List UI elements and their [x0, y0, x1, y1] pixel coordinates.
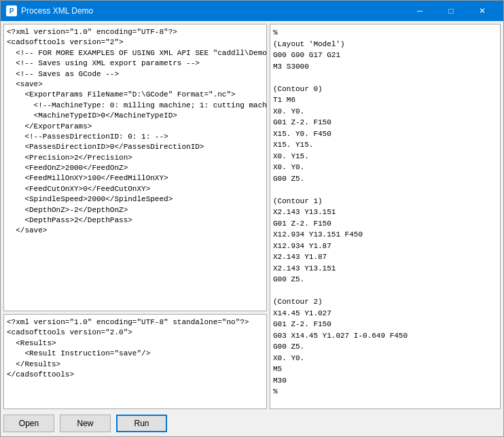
content-area: <?xml version="1.0" encoding="UTF-8"?> <… — [1, 21, 503, 436]
title-bar: P Process XML Demo ─ □ ✕ — [1, 1, 503, 21]
new-button[interactable]: New — [60, 415, 111, 432]
close-button[interactable]: ✕ — [467, 1, 498, 21]
main-window: P Process XML Demo ─ □ ✕ <?xml version="… — [0, 0, 504, 437]
gcode-output-panel[interactable]: % (Layout 'Model') G00 G90 G17 G21 M3 S3… — [270, 24, 501, 409]
left-panel: <?xml version="1.0" encoding="UTF-8"?> <… — [3, 24, 267, 409]
xml-result-area[interactable]: <?xml version="1.0" encoding="UTF-8" sta… — [3, 314, 267, 409]
button-bar: Open New Run — [3, 412, 501, 434]
xml-input-editor[interactable]: <?xml version="1.0" encoding="UTF-8"?> <… — [3, 24, 267, 311]
app-icon: P — [6, 5, 17, 16]
run-button[interactable]: Run — [116, 415, 167, 432]
open-button[interactable]: Open — [3, 415, 54, 432]
minimize-button[interactable]: ─ — [404, 1, 435, 21]
main-panels: <?xml version="1.0" encoding="UTF-8"?> <… — [3, 24, 501, 409]
maximize-button[interactable]: □ — [435, 1, 467, 21]
window-title: Process XML Demo — [21, 6, 404, 16]
title-bar-buttons: ─ □ ✕ — [404, 1, 498, 21]
